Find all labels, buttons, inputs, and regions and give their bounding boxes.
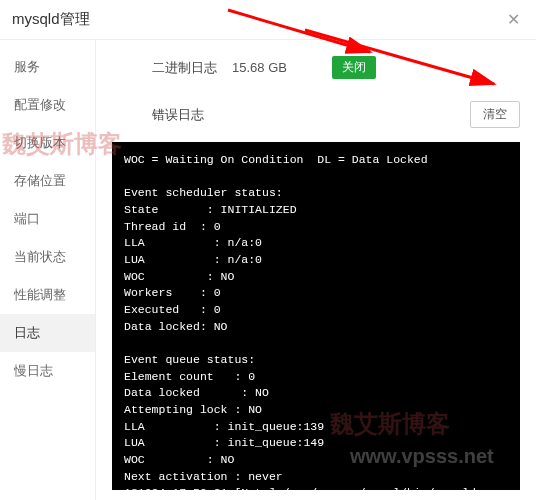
- sidebar-item-1[interactable]: 配置修改: [0, 86, 95, 124]
- sidebar: 服务配置修改切换版本存储位置端口当前状态性能调整日志慢日志: [0, 40, 96, 500]
- sidebar-item-0[interactable]: 服务: [0, 48, 95, 86]
- main-area: 二进制日志 15.68 GB 关闭 错误日志 清空 WOC = Waiting …: [96, 40, 536, 500]
- panel-header: mysqld管理 ✕: [0, 0, 536, 40]
- sidebar-item-label: 切换版本: [14, 135, 66, 150]
- sidebar-item-label: 配置修改: [14, 97, 66, 112]
- errorlog-label: 错误日志: [112, 106, 204, 124]
- sidebar-item-7[interactable]: 日志: [0, 314, 95, 352]
- sidebar-item-8[interactable]: 慢日志: [0, 352, 95, 390]
- sidebar-item-3[interactable]: 存储位置: [0, 162, 95, 200]
- errorlog-row: 错误日志 清空: [102, 93, 530, 136]
- error-log-textarea[interactable]: WOC = Waiting On Condition DL = Data Loc…: [112, 142, 520, 490]
- sidebar-item-label: 服务: [14, 59, 40, 74]
- sidebar-item-4[interactable]: 端口: [0, 200, 95, 238]
- binlog-row: 二进制日志 15.68 GB 关闭: [102, 50, 530, 93]
- binlog-size: 15.68 GB: [232, 60, 332, 75]
- sidebar-item-label: 性能调整: [14, 287, 66, 302]
- sidebar-item-label: 存储位置: [14, 173, 66, 188]
- mysqld-panel: mysqld管理 ✕ 服务配置修改切换版本存储位置端口当前状态性能调整日志慢日志…: [0, 0, 536, 500]
- clear-log-button[interactable]: 清空: [470, 101, 520, 128]
- sidebar-item-2[interactable]: 切换版本: [0, 124, 95, 162]
- sidebar-item-5[interactable]: 当前状态: [0, 238, 95, 276]
- sidebar-item-label: 端口: [14, 211, 40, 226]
- sidebar-item-label: 慢日志: [14, 363, 53, 378]
- binlog-close-button[interactable]: 关闭: [332, 56, 376, 79]
- panel-title: mysqld管理: [12, 10, 90, 29]
- binlog-label: 二进制日志: [112, 59, 232, 77]
- close-icon[interactable]: ✕: [502, 8, 524, 30]
- sidebar-item-6[interactable]: 性能调整: [0, 276, 95, 314]
- sidebar-item-label: 当前状态: [14, 249, 66, 264]
- panel-body: 服务配置修改切换版本存储位置端口当前状态性能调整日志慢日志 二进制日志 15.6…: [0, 40, 536, 500]
- sidebar-item-label: 日志: [14, 325, 40, 340]
